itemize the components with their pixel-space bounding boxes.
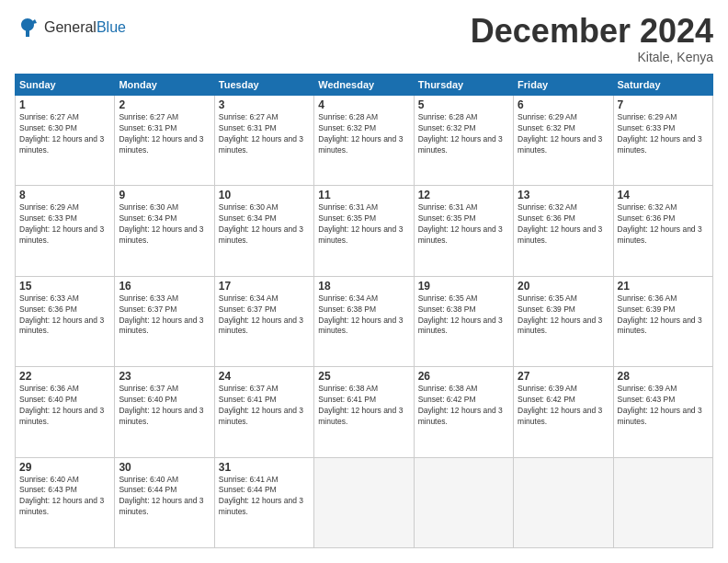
day-info: Sunrise: 6:34 AM Sunset: 6:37 PM Dayligh… <box>219 293 310 338</box>
sunrise-label: Sunrise: 6:35 AM <box>518 293 577 303</box>
sunset-label: Sunset: 6:40 PM <box>119 395 176 404</box>
daylight-label: Daylight: 12 hours and 3 minutes. <box>219 496 303 516</box>
day-number: 19 <box>418 280 509 293</box>
calendar-cell: 30 Sunrise: 6:40 AM Sunset: 6:44 PM Dayl… <box>115 457 214 547</box>
day-info: Sunrise: 6:27 AM Sunset: 6:31 PM Dayligh… <box>219 112 310 156</box>
sunset-label: Sunset: 6:40 PM <box>19 395 77 404</box>
day-info: Sunrise: 6:36 AM Sunset: 6:39 PM Dayligh… <box>618 293 709 338</box>
sunrise-label: Sunrise: 6:39 AM <box>518 384 577 393</box>
sunrise-label: Sunrise: 6:37 AM <box>119 384 178 393</box>
calendar-cell: 1 Sunrise: 6:27 AM Sunset: 6:30 PM Dayli… <box>16 96 115 186</box>
day-number: 20 <box>518 280 609 293</box>
day-number: 6 <box>518 98 609 111</box>
day-number: 1 <box>19 98 110 111</box>
col-sunday: Sunday <box>16 75 115 96</box>
sunset-label: Sunset: 6:36 PM <box>518 213 575 223</box>
day-info: Sunrise: 6:29 AM Sunset: 6:33 PM Dayligh… <box>19 202 110 247</box>
day-info: Sunrise: 6:39 AM Sunset: 6:43 PM Dayligh… <box>618 384 709 428</box>
sunrise-label: Sunrise: 6:32 AM <box>618 202 677 212</box>
col-monday: Monday <box>115 75 214 96</box>
sunrise-label: Sunrise: 6:39 AM <box>618 384 677 393</box>
sunrise-label: Sunrise: 6:33 AM <box>119 293 178 303</box>
daylight-label: Daylight: 12 hours and 3 minutes. <box>518 406 602 426</box>
sunrise-label: Sunrise: 6:37 AM <box>219 384 279 393</box>
calendar-cell: 31 Sunrise: 6:41 AM Sunset: 6:44 PM Dayl… <box>214 457 313 547</box>
month-title: December 2024 <box>471 15 713 48</box>
daylight-label: Daylight: 12 hours and 3 minutes. <box>318 316 403 336</box>
calendar-cell: 7 Sunrise: 6:29 AM Sunset: 6:33 PM Dayli… <box>613 96 712 186</box>
day-info: Sunrise: 6:37 AM Sunset: 6:41 PM Dayligh… <box>219 384 310 428</box>
daylight-label: Daylight: 12 hours and 3 minutes. <box>119 496 203 516</box>
sunrise-label: Sunrise: 6:29 AM <box>19 202 79 212</box>
daylight-label: Daylight: 12 hours and 3 minutes. <box>418 406 503 426</box>
sunset-label: Sunset: 6:32 PM <box>518 123 575 132</box>
daylight-label: Daylight: 12 hours and 3 minutes. <box>518 134 602 155</box>
sunrise-label: Sunrise: 6:38 AM <box>418 384 478 393</box>
day-info: Sunrise: 6:33 AM Sunset: 6:37 PM Dayligh… <box>119 293 210 338</box>
sunrise-label: Sunrise: 6:36 AM <box>19 384 79 393</box>
day-number: 7 <box>618 98 709 111</box>
day-info: Sunrise: 6:28 AM Sunset: 6:32 PM Dayligh… <box>418 112 509 156</box>
calendar-cell <box>414 457 513 547</box>
calendar-cell: 11 Sunrise: 6:31 AM Sunset: 6:35 PM Dayl… <box>314 186 414 276</box>
day-number: 17 <box>219 280 310 293</box>
col-tuesday: Tuesday <box>214 75 313 96</box>
calendar-cell: 4 Sunrise: 6:28 AM Sunset: 6:32 PM Dayli… <box>314 96 414 186</box>
day-info: Sunrise: 6:34 AM Sunset: 6:38 PM Dayligh… <box>318 293 409 338</box>
sunset-label: Sunset: 6:32 PM <box>318 123 376 132</box>
day-number: 18 <box>318 280 409 293</box>
day-number: 14 <box>618 189 709 201</box>
day-info: Sunrise: 6:37 AM Sunset: 6:40 PM Dayligh… <box>119 384 210 428</box>
day-number: 8 <box>19 189 110 201</box>
calendar-week-row: 1 Sunrise: 6:27 AM Sunset: 6:30 PM Dayli… <box>16 96 713 186</box>
calendar-cell: 25 Sunrise: 6:38 AM Sunset: 6:41 PM Dayl… <box>314 367 414 457</box>
daylight-label: Daylight: 12 hours and 3 minutes. <box>19 134 104 155</box>
sunset-label: Sunset: 6:42 PM <box>518 395 575 404</box>
day-info: Sunrise: 6:27 AM Sunset: 6:30 PM Dayligh… <box>19 112 110 156</box>
sunset-label: Sunset: 6:36 PM <box>19 304 77 314</box>
day-info: Sunrise: 6:32 AM Sunset: 6:36 PM Dayligh… <box>618 202 709 247</box>
day-number: 2 <box>119 98 210 111</box>
calendar-cell: 21 Sunrise: 6:36 AM Sunset: 6:39 PM Dayl… <box>613 276 712 366</box>
daylight-label: Daylight: 12 hours and 3 minutes. <box>318 134 403 155</box>
sunrise-label: Sunrise: 6:31 AM <box>418 202 478 212</box>
day-info: Sunrise: 6:31 AM Sunset: 6:35 PM Dayligh… <box>418 202 509 247</box>
day-number: 31 <box>219 461 310 474</box>
day-info: Sunrise: 6:29 AM Sunset: 6:33 PM Dayligh… <box>618 112 709 156</box>
day-number: 23 <box>119 370 210 383</box>
day-number: 21 <box>618 280 709 293</box>
sunset-label: Sunset: 6:38 PM <box>318 304 376 314</box>
calendar-cell <box>613 457 712 547</box>
sunrise-label: Sunrise: 6:31 AM <box>318 202 378 212</box>
day-number: 4 <box>318 98 409 111</box>
sunrise-label: Sunrise: 6:30 AM <box>219 202 279 212</box>
daylight-label: Daylight: 12 hours and 3 minutes. <box>19 496 104 516</box>
svg-rect-0 <box>26 35 29 37</box>
sunrise-label: Sunrise: 6:30 AM <box>119 202 178 212</box>
day-number: 5 <box>418 98 509 111</box>
daylight-label: Daylight: 12 hours and 3 minutes. <box>518 316 602 336</box>
day-info: Sunrise: 6:41 AM Sunset: 6:44 PM Dayligh… <box>219 475 310 519</box>
calendar-cell: 16 Sunrise: 6:33 AM Sunset: 6:37 PM Dayl… <box>115 276 214 366</box>
day-number: 12 <box>418 189 509 201</box>
daylight-label: Daylight: 12 hours and 3 minutes. <box>19 316 104 336</box>
daylight-label: Daylight: 12 hours and 3 minutes. <box>518 224 602 245</box>
sunset-label: Sunset: 6:39 PM <box>518 304 575 314</box>
sunset-label: Sunset: 6:43 PM <box>618 395 676 404</box>
logo-icon <box>15 15 40 40</box>
col-thursday: Thursday <box>414 75 513 96</box>
sunrise-label: Sunrise: 6:38 AM <box>318 384 378 393</box>
title-block: December 2024 Kitale, Kenya <box>471 15 713 64</box>
calendar-week-row: 22 Sunrise: 6:36 AM Sunset: 6:40 PM Dayl… <box>16 367 713 457</box>
calendar-cell: 10 Sunrise: 6:30 AM Sunset: 6:34 PM Dayl… <box>214 186 313 276</box>
day-info: Sunrise: 6:40 AM Sunset: 6:43 PM Dayligh… <box>19 475 110 519</box>
calendar-cell: 14 Sunrise: 6:32 AM Sunset: 6:36 PM Dayl… <box>613 186 712 276</box>
page: GeneralBlue December 2024 Kitale, Kenya … <box>0 0 728 563</box>
day-number: 24 <box>219 370 310 383</box>
sunrise-label: Sunrise: 6:40 AM <box>119 475 178 484</box>
daylight-label: Daylight: 12 hours and 3 minutes. <box>219 406 303 426</box>
daylight-label: Daylight: 12 hours and 3 minutes. <box>618 224 702 245</box>
logo: GeneralBlue <box>15 15 126 40</box>
calendar-cell: 22 Sunrise: 6:36 AM Sunset: 6:40 PM Dayl… <box>16 367 115 457</box>
sunset-label: Sunset: 6:37 PM <box>219 304 277 314</box>
